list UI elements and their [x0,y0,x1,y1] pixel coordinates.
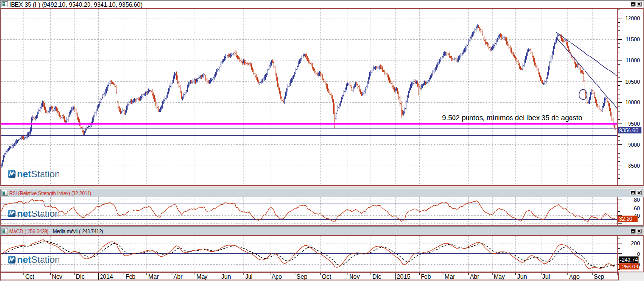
svg-text:Jun: Jun [221,273,231,280]
svg-text:9000: 9000 [628,142,640,148]
svg-text:Oct: Oct [25,273,35,280]
svg-text:10500: 10500 [625,79,640,84]
svg-text:May: May [196,273,208,280]
svg-text:Mar: Mar [148,273,159,280]
svg-text:Ago: Ago [569,273,580,280]
svg-text:Sep: Sep [594,273,604,280]
svg-text:10000: 10000 [625,99,640,105]
svg-text:-256.04: -256.04 [620,264,638,269]
svg-text:200: 200 [631,240,640,246]
svg-text:Dic: Dic [76,273,85,280]
svg-text:Feb: Feb [421,273,431,280]
svg-text:net: net [17,254,31,265]
svg-text:Nov: Nov [349,273,360,280]
svg-text:9.502 puntos, mínimos del Ibex: 9.502 puntos, mínimos del Ibex 35 de ago… [442,114,582,122]
svg-text:Sep: Sep [297,273,307,280]
svg-text:Ago: Ago [272,273,282,280]
svg-text:Jul: Jul [245,273,253,280]
svg-text:Jul: Jul [542,273,550,280]
svg-text:-243.74: -243.74 [620,257,638,263]
svg-text:Abr: Abr [470,273,479,280]
svg-text:9356.60: 9356.60 [619,127,639,133]
svg-text:Oct: Oct [322,273,332,280]
svg-text:net: net [17,209,31,219]
svg-text:60: 60 [634,205,640,211]
svg-text:9500: 9500 [628,121,640,126]
svg-text:Mar: Mar [445,273,455,280]
svg-text:Feb: Feb [125,273,135,280]
svg-text:Station: Station [31,169,60,179]
svg-text:Dic: Dic [372,273,381,280]
svg-text:80: 80 [634,197,640,203]
svg-text:IBEX 35 (I ) (9492.10, 9540.20: IBEX 35 (I ) (9492.10, 9540.20, 9341.10,… [9,1,143,8]
svg-text:12000: 12000 [625,15,640,21]
svg-text:32.20: 32.20 [619,216,633,222]
svg-text:Station: Station [31,209,60,219]
svg-text:11500: 11500 [626,36,640,42]
svg-text:2014: 2014 [100,273,113,280]
svg-text:0: 0 [637,251,640,257]
svg-text:Jun: Jun [517,273,527,280]
svg-text:11000: 11000 [626,57,640,63]
svg-text:RSI (Relative Strength Index): RSI (Relative Strength Index) (32.2014) [9,191,91,196]
svg-text:Station: Station [31,254,60,265]
svg-text:May: May [494,273,505,280]
svg-text:MACD (-256.0429) - Media móvil: MACD (-256.0429) - Media móvil (-243.741… [9,229,103,234]
svg-text:Abr: Abr [174,273,183,280]
svg-text:2015: 2015 [397,273,410,280]
svg-text:Nov: Nov [52,273,63,280]
svg-text:8500: 8500 [628,163,640,169]
svg-text:net: net [17,169,31,179]
